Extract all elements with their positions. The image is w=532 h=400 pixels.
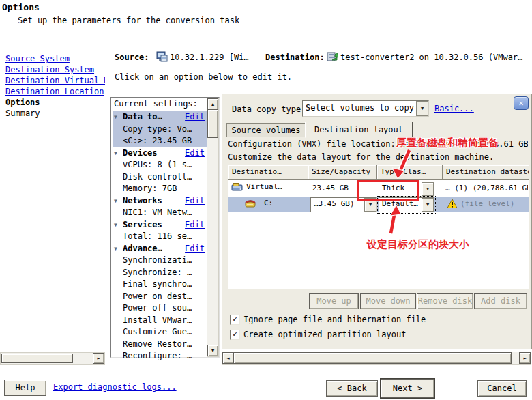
tree-item-remove-restore[interactable]: Remove Restor…: [113, 339, 216, 351]
scroll-down-icon[interactable]: ▼: [207, 345, 218, 356]
sidebar-item-summary: Summary: [5, 109, 105, 119]
tree-expanded-icon[interactable]: ▼: [114, 147, 123, 160]
tree-item-reconfigure[interactable]: Reconfigure: …: [113, 350, 216, 362]
panel-hscrollbar[interactable]: ◄ ►: [222, 352, 531, 365]
source-value: 10.32.1.229 [Wi…: [170, 53, 260, 62]
column-header-destination[interactable]: Destinatio…: [228, 165, 308, 180]
tree-item-synchronize[interactable]: Synchronize: …: [113, 267, 216, 279]
remove-disk-button[interactable]: Remove disk: [417, 293, 473, 309]
sidebar-item-destination-location[interactable]: Destination Location: [5, 87, 104, 96]
sidebar-item-destination-system[interactable]: Destination System: [5, 65, 94, 74]
tree-item-data-to-copy[interactable]: ▼Data to…Edit: [113, 111, 207, 124]
tree-item-c-volume[interactable]: <C:>: 23.45 GB: [113, 135, 216, 147]
tree-expanded-icon[interactable]: ▼: [114, 111, 123, 124]
source-label: Source:: [115, 53, 149, 62]
basic-link[interactable]: Basic...: [434, 104, 474, 113]
edit-link-advanced[interactable]: Edit: [185, 243, 205, 255]
file-level-note: (file level): [460, 199, 527, 208]
source-computer-icon: [156, 51, 168, 62]
tree-expanded-icon[interactable]: ▼: [114, 195, 123, 208]
move-up-button[interactable]: Move up: [309, 293, 359, 309]
tree-item-install-tools[interactable]: Install VMwar…: [113, 315, 216, 327]
tree-item-nic1[interactable]: NIC1: VM Netw…: [113, 207, 216, 219]
tree-item-advanced[interactable]: ▼Advance…Edit: [113, 243, 207, 255]
optimized-layout-label: Create optimized partition layout: [243, 330, 406, 339]
customize-layout-line: Customize the data layout for the destin…: [228, 152, 528, 162]
page-title: Options: [2, 2, 40, 12]
tree-item-copy-type[interactable]: Copy type: Vo…: [113, 124, 216, 136]
virtual-disk-icon: [231, 183, 243, 192]
annotation-thick-thin-provision: 厚置备磁盘和精简置备: [396, 137, 499, 149]
tree-expanded-icon[interactable]: ▼: [114, 219, 123, 231]
warning-icon: [447, 199, 458, 209]
sidebar-hscroll-thumb[interactable]: [1, 354, 73, 363]
tree-item-final-sync[interactable]: Final synchro…: [113, 278, 216, 291]
tree-item-disk-controller[interactable]: Disk controll…: [113, 171, 216, 184]
edit-link-data-to-copy[interactable]: Edit: [185, 111, 205, 124]
panel-hscroll-thumb[interactable]: [233, 352, 512, 364]
scroll-right-icon[interactable]: ►: [519, 352, 531, 364]
ignore-pagefile-label: Ignore page file and hibernation file: [243, 315, 426, 324]
tree-item-power-on-dest[interactable]: Power on dest…: [113, 291, 216, 303]
help-button[interactable]: Help: [4, 380, 46, 396]
tree-item-devices[interactable]: ▼DevicesEdit: [113, 147, 207, 160]
tree-item-customize-guest[interactable]: Customize Gue…: [113, 326, 216, 339]
tree-item-power-off-source[interactable]: Power off sou…: [113, 302, 216, 315]
data-copy-type-select[interactable]: Select volumes to copy ▼: [302, 100, 429, 117]
table-row-disk-datastore: … (1) (20,788.61 GB): [445, 184, 528, 192]
edit-link-services[interactable]: Edit: [185, 219, 205, 231]
wizard-steps: Source System Destination System Destina…: [5, 54, 105, 119]
add-disk-button[interactable]: Add disk: [474, 293, 527, 309]
settings-vscrollbar[interactable]: ▲ ▼: [207, 98, 219, 357]
table-row-disk-name[interactable]: Virtual…: [246, 182, 306, 191]
settings-vscroll-thumb[interactable]: [207, 109, 218, 138]
scroll-left-icon[interactable]: ◄: [222, 352, 234, 364]
settings-title: Current settings:: [114, 99, 198, 109]
next-button[interactable]: Next >: [381, 379, 434, 398]
destination-value: test-converter2 on 10.32.0.56 (VMwar…: [340, 53, 532, 62]
chevron-down-icon[interactable]: ▼: [416, 101, 428, 116]
column-header-type-cluster[interactable]: Type/Clas…: [377, 165, 443, 180]
tree-item-networks[interactable]: ▼NetworksEdit: [113, 195, 207, 208]
data-copy-panel: ✕ Data copy type: Select volumes to copy…: [222, 94, 532, 349]
tree-item-vcpus[interactable]: vCPUs: 8 (1 s…: [113, 159, 216, 171]
annotation-highlight-box: [357, 180, 419, 201]
back-button[interactable]: < Back: [326, 380, 378, 397]
close-icon[interactable]: ✕: [514, 96, 529, 110]
cancel-button[interactable]: Cancel: [477, 380, 527, 397]
scroll-up-icon[interactable]: ▲: [207, 98, 218, 110]
tab-source-volumes[interactable]: Source volumes: [226, 123, 306, 137]
move-down-button[interactable]: Move down: [360, 293, 416, 309]
column-header-destination-datastore[interactable]: Destination datasto…: [443, 165, 529, 180]
edit-link-networks[interactable]: Edit: [185, 195, 205, 208]
ignore-pagefile-checkbox[interactable]: ✓: [230, 315, 240, 325]
sidebar-item-destination-virtual-machine[interactable]: Destination Virtual Machine: [5, 76, 105, 85]
volume-c-icon: [245, 199, 257, 208]
footer-divider: [0, 369, 532, 369]
wizard-window: Options Set up the parameters for the co…: [0, 0, 532, 400]
chevron-down-icon[interactable]: ▼: [422, 182, 434, 196]
edit-hint: Click on an option below to edit it.: [115, 72, 292, 82]
sidebar-item-source-system[interactable]: Source System: [5, 54, 70, 63]
optimized-layout-checkbox[interactable]: ✓: [230, 330, 240, 340]
destination-label: Destination:: [265, 53, 325, 62]
tree-item-synchronization[interactable]: Synchronizati…: [113, 255, 216, 267]
sidebar-divider: [106, 48, 106, 366]
tree-item-services[interactable]: ▼ServicesEdit: [113, 219, 207, 231]
tree-item-total-services[interactable]: Total: 116 se…: [113, 231, 216, 243]
sidebar-hscrollbar[interactable]: ►: [0, 352, 105, 365]
sidebar-item-options-current: Options: [5, 98, 105, 109]
edit-link-devices[interactable]: Edit: [185, 147, 205, 160]
tree-expanded-icon[interactable]: ▼: [114, 243, 123, 255]
column-header-size-capacity[interactable]: Size/Capacity: [308, 165, 377, 180]
export-logs-link[interactable]: Export diagnostic logs...: [53, 382, 177, 392]
chevron-down-icon[interactable]: ▼: [422, 198, 434, 212]
annotation-cluster-size: 设定目标分区的块大小: [367, 238, 469, 251]
current-settings-panel: Current settings: ▼Data to…Edit Copy typ…: [110, 97, 220, 358]
tree-item-memory[interactable]: Memory: 7GB: [113, 183, 216, 195]
table-row-volume-name[interactable]: C:: [264, 199, 305, 208]
page-subtitle: Set up the parameters for the conversion…: [18, 16, 239, 25]
scroll-right-icon[interactable]: ►: [93, 353, 104, 364]
tab-destination-layout[interactable]: Destination layout: [305, 122, 413, 138]
destination-server-icon: [327, 51, 338, 62]
